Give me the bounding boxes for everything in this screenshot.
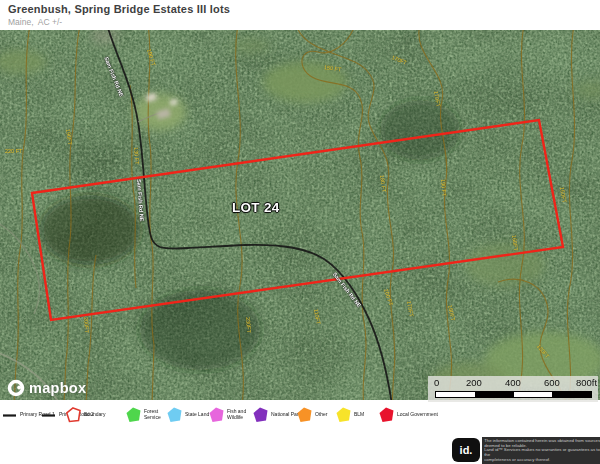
page-subtitle: Maine, AC +/- bbox=[8, 17, 62, 27]
header: Greenbush, Spring Bridge Estates III lot… bbox=[0, 0, 600, 30]
scale-tick: 0 bbox=[434, 377, 439, 388]
legend-item-boundary: Boundary bbox=[66, 404, 105, 426]
disclaimer: The information contained herein was obt… bbox=[482, 437, 600, 464]
mapbox-icon bbox=[7, 379, 25, 397]
polygon-swatch-icon bbox=[297, 407, 312, 423]
legend-item-national-park: National Park bbox=[253, 404, 301, 426]
mapbox-attribution[interactable]: mapbox bbox=[7, 378, 86, 398]
legend-item-forest-service: Forest Service bbox=[126, 404, 170, 426]
scale-tick: 200 bbox=[466, 377, 482, 388]
legend-item-other: Other bbox=[297, 404, 328, 426]
polygon-swatch-icon bbox=[126, 407, 141, 423]
polygon-swatch-icon bbox=[209, 407, 224, 423]
scale-tick: 800ft bbox=[576, 377, 597, 388]
line-swatch-icon bbox=[3, 408, 17, 423]
disclaimer-line: completeness or accuracy thereof. bbox=[484, 457, 600, 462]
legend-label: Boundary bbox=[84, 412, 105, 418]
land-id-logo: id. bbox=[452, 438, 480, 462]
scale-bar: 0 200 400 600 800ft bbox=[428, 376, 598, 402]
legend-label: Local Government bbox=[397, 412, 439, 418]
scale-tick: 400 bbox=[505, 377, 521, 388]
page-title: Greenbush, Spring Bridge Estates III lot… bbox=[8, 3, 230, 15]
legend-item-state-land: State Land bbox=[167, 404, 209, 426]
polygon-swatch-icon bbox=[167, 407, 182, 423]
legend-label: State Land bbox=[185, 412, 209, 418]
mapbox-wordmark: mapbox bbox=[29, 380, 86, 396]
legend-item-fish-and-wildlife: Fish and Wildlife bbox=[209, 404, 257, 426]
legend-label: Other bbox=[315, 412, 328, 418]
line-swatch-icon bbox=[42, 408, 56, 423]
scale-tick: 600 bbox=[544, 377, 560, 388]
polygon-swatch-icon bbox=[336, 407, 351, 423]
boundary-swatch-icon bbox=[66, 407, 81, 423]
legend-item-local-government: Local Government bbox=[379, 404, 439, 426]
map-export-window: Greenbush, Spring Bridge Estates III lot… bbox=[0, 0, 600, 464]
polygon-swatch-icon bbox=[253, 407, 268, 423]
legend-item-blm: BLM bbox=[336, 404, 364, 426]
legend-label: BLM bbox=[354, 412, 364, 418]
disclaimer-line: The information contained herein was obt… bbox=[484, 438, 600, 443]
map-canvas[interactable]: LOT 24 Sam Fish Rd NE Sam Fish Rd NE Sam… bbox=[0, 30, 600, 400]
aerial-imagery bbox=[0, 30, 600, 400]
scale-bar-segments bbox=[435, 391, 592, 398]
disclaimer-line: Land id™ Services makes no warranties or… bbox=[484, 448, 600, 457]
polygon-swatch-icon bbox=[379, 407, 394, 423]
